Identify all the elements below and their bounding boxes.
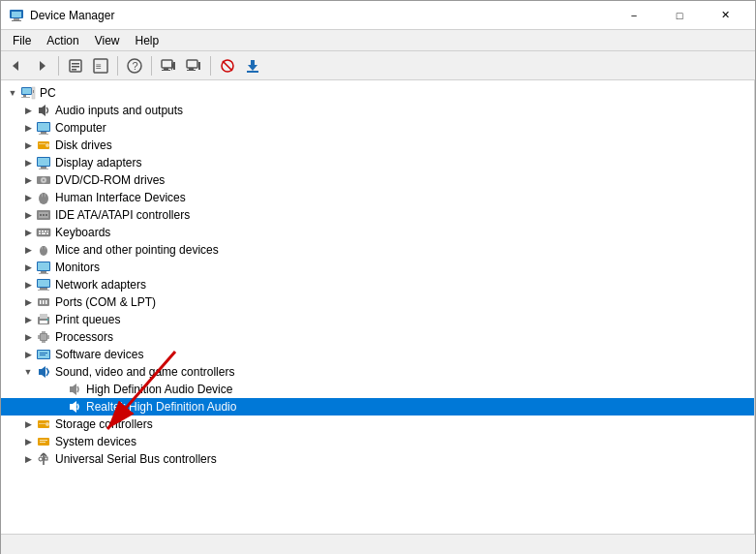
status-bar — [1, 534, 755, 554]
svg-rect-61 — [47, 231, 48, 232]
tree-item-processors[interactable]: ▶ Processors — [1, 328, 754, 346]
disable-button[interactable] — [216, 54, 239, 77]
svg-point-40 — [45, 143, 49, 147]
svg-rect-77 — [40, 300, 42, 304]
expand-software-icon: ▶ — [20, 347, 36, 362]
device-tree[interactable]: ▼ PC ▶ — [1, 80, 755, 534]
audio-label: Audio inputs and outputs — [55, 104, 183, 117]
svg-rect-71 — [39, 273, 48, 274]
menu-action[interactable]: Action — [39, 32, 86, 49]
hid-label: Human Interface Devices — [55, 191, 186, 204]
update-driver-button[interactable]: ≡ — [89, 54, 112, 77]
realtek-label: Realtek High Definition Audio — [86, 400, 236, 414]
keyboard-icon — [36, 225, 51, 240]
svg-rect-31 — [21, 97, 30, 98]
tree-item-software[interactable]: ▶ Software devices — [1, 346, 754, 363]
ports-icon — [36, 294, 51, 310]
usb-icon — [36, 451, 51, 467]
tree-item-usb[interactable]: ▶ Universal Serial Bus controllers — [1, 450, 754, 468]
dvd-icon — [36, 172, 51, 188]
tree-item-keyboards[interactable]: ▶ Keyboards — [1, 224, 754, 241]
menu-file[interactable]: File — [5, 32, 39, 49]
expand-ports-icon: ▶ — [20, 294, 36, 310]
ide-label: IDE ATA/ATAPI controllers — [55, 208, 190, 222]
keyboards-label: Keyboards — [55, 226, 110, 239]
expand-processors-icon: ▶ — [20, 329, 36, 345]
pc-icon — [20, 85, 36, 101]
tree-item-hd-audio[interactable]: ▶ High Definition Audio Device — [1, 381, 754, 398]
svg-rect-64 — [46, 233, 48, 235]
system-label: System devices — [55, 435, 136, 448]
svg-rect-37 — [41, 132, 46, 134]
svg-rect-15 — [164, 68, 168, 70]
software-label: Software devices — [55, 348, 143, 361]
tree-root-pc[interactable]: ▼ PC — [1, 84, 754, 102]
tree-item-computer[interactable]: ▶ Computer — [1, 119, 754, 137]
pc-label: PC — [40, 86, 56, 100]
tree-item-audio[interactable]: ▶ Audio inputs and outputs — [1, 102, 754, 119]
disk-label: Disk drives — [55, 138, 112, 152]
sound-label: Sound, video and game controllers — [55, 365, 234, 379]
hid-icon — [36, 190, 51, 205]
scan-hardware-button[interactable] — [157, 54, 180, 77]
storage-icon — [36, 416, 51, 432]
minimize-button[interactable]: − — [612, 1, 656, 30]
svg-rect-58 — [39, 231, 41, 232]
svg-rect-70 — [41, 271, 46, 273]
svg-rect-41 — [39, 143, 45, 144]
svg-rect-73 — [38, 280, 49, 287]
tree-item-sound[interactable]: ▼ Sound, video and game controllers — [1, 363, 754, 381]
expand-usb-icon: ▶ — [20, 451, 36, 467]
main-content: ▼ PC ▶ — [1, 80, 755, 534]
tree-item-display[interactable]: ▶ Display adapters — [1, 154, 754, 171]
back-button[interactable] — [5, 54, 28, 77]
svg-rect-29 — [22, 88, 31, 94]
tree-item-print[interactable]: ▶ Print queues — [1, 311, 754, 328]
title-bar: Device Manager − □ ✕ — [1, 1, 755, 30]
svg-point-110 — [39, 457, 43, 461]
tree-item-system[interactable]: ▶ System devices — [1, 433, 754, 450]
mice-label: Mice and other pointing devices — [55, 243, 219, 257]
network-label: Network adapters — [55, 278, 146, 292]
tree-item-mice[interactable]: ▶ Mice and other pointing devices — [1, 241, 754, 259]
software-icon — [36, 347, 51, 362]
menu-view[interactable]: View — [87, 32, 128, 49]
menu-help[interactable]: Help — [128, 32, 167, 49]
ide-icon — [36, 207, 51, 223]
svg-rect-78 — [43, 300, 45, 304]
disk-icon — [36, 138, 51, 153]
close-button[interactable]: ✕ — [703, 1, 747, 30]
processors-label: Processors — [55, 330, 113, 344]
svg-rect-74 — [40, 288, 47, 290]
tree-item-realtek[interactable]: ▶ Realtek High Definition Audio — [1, 398, 754, 416]
maximize-button[interactable]: □ — [657, 1, 702, 30]
svg-rect-79 — [45, 300, 47, 304]
svg-rect-2 — [14, 18, 19, 20]
toolbar-separator-3 — [151, 56, 152, 76]
toolbar: ≡ ? — [1, 51, 755, 80]
svg-rect-59 — [42, 231, 44, 232]
tree-item-hid[interactable]: ▶ Human Interface Devices — [1, 189, 754, 206]
svg-rect-20 — [189, 68, 194, 70]
display-label: Display adapters — [55, 156, 141, 169]
tree-item-network[interactable]: ▶ Network adapters — [1, 276, 754, 293]
help-button[interactable]: ? — [123, 54, 146, 77]
print-icon — [36, 312, 51, 327]
tree-item-storage[interactable]: ▶ Storage controllers — [1, 416, 754, 433]
expand-pc-icon: ▼ — [5, 85, 20, 101]
tree-item-dvd[interactable]: ▶ DVD/CD-ROM drives — [1, 171, 754, 189]
tree-item-ports[interactable]: ▶ Ports (COM & LPT) — [1, 293, 754, 311]
svg-rect-103 — [39, 423, 45, 424]
svg-rect-69 — [38, 262, 49, 270]
forward-button[interactable] — [30, 54, 53, 77]
network-icon — [36, 277, 51, 292]
scan-changes-button[interactable] — [182, 54, 205, 77]
tree-item-monitors[interactable]: ▶ Monitors — [1, 259, 754, 276]
properties-button[interactable] — [64, 54, 87, 77]
svg-rect-27 — [247, 71, 258, 73]
tree-item-disk[interactable]: ▶ Disk drives — [1, 137, 754, 154]
tree-item-ide[interactable]: ▶ IDE ATA/ATAPI controllers — [1, 206, 754, 224]
download-driver-button[interactable] — [241, 54, 264, 77]
display-icon — [36, 155, 51, 170]
expand-computer-icon: ▶ — [20, 120, 36, 136]
